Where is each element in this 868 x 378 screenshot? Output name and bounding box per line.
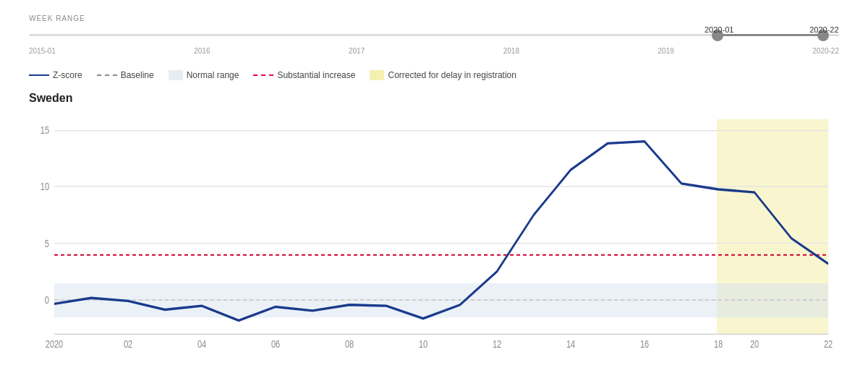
legend-baseline: Baseline (97, 70, 154, 80)
y-label-15: 15 (41, 124, 49, 136)
x-label-20: 20 (750, 338, 759, 351)
axis-2017: 2017 (349, 47, 365, 55)
x-label-02: 02 (124, 338, 132, 351)
y-label-5: 5 (45, 237, 49, 249)
legend-substantial-label: Substantial increase (277, 70, 355, 80)
legend-baseline-line (97, 74, 117, 76)
legend-substantial: Substantial increase (253, 70, 355, 80)
axis-2020-22: 2020-22 (812, 47, 839, 55)
axis-2015: 2015-01 (29, 47, 56, 55)
legend: Z-score Baseline Normal range Substantia… (29, 70, 839, 80)
x-label-12: 12 (493, 338, 501, 351)
legend-corrected-label: Corrected for delay in registration (388, 70, 516, 80)
legend-normalrange-rect (169, 70, 183, 80)
legend-zscore-line (29, 74, 49, 76)
main-svg: 15 10 5 0 2020 02 04 06 08 10 12 (29, 109, 839, 364)
legend-normalrange: Normal range (169, 70, 239, 80)
legend-zscore-label: Z-score (53, 70, 82, 80)
x-label-2020: 2020 (46, 338, 63, 351)
y-label-10: 10 (41, 181, 49, 193)
x-label-04: 04 (197, 338, 206, 351)
x-label-18: 18 (714, 338, 723, 351)
x-label-14: 14 (566, 338, 575, 351)
slider-label-end: 2020-22 (809, 25, 838, 34)
x-label-08: 08 (345, 338, 354, 351)
x-label-06: 06 (271, 338, 280, 351)
main-container: WEEK RANGE 2020-01 2020-22 2015-01 2016 … (0, 0, 868, 378)
legend-normalrange-label: Normal range (187, 70, 239, 80)
chart-area: 15 10 5 0 2020 02 04 06 08 10 12 (29, 109, 839, 364)
legend-baseline-label: Baseline (121, 70, 154, 80)
slider-section: 2020-01 2020-22 2015-01 2016 2017 2018 2… (29, 27, 839, 63)
axis-2019: 2019 (658, 47, 674, 55)
chart-title: Sweden (29, 92, 839, 105)
x-label-10: 10 (419, 338, 427, 351)
slider-active-range (718, 34, 823, 36)
legend-corrected-rect (370, 70, 384, 80)
axis-2018: 2018 (503, 47, 519, 55)
legend-substantial-line (253, 74, 273, 76)
slider-label-start: 2020-01 (705, 25, 733, 34)
slider-axis: 2015-01 2016 2017 2018 2019 2020-22 (29, 47, 839, 55)
x-label-16: 16 (640, 338, 649, 351)
legend-corrected: Corrected for delay in registration (370, 70, 516, 80)
y-label-0: 0 (45, 294, 49, 306)
week-range-label: WEEK RANGE (29, 14, 839, 22)
axis-2016: 2016 (194, 47, 210, 55)
legend-zscore: Z-score (29, 70, 82, 80)
x-label-22: 22 (824, 338, 833, 351)
